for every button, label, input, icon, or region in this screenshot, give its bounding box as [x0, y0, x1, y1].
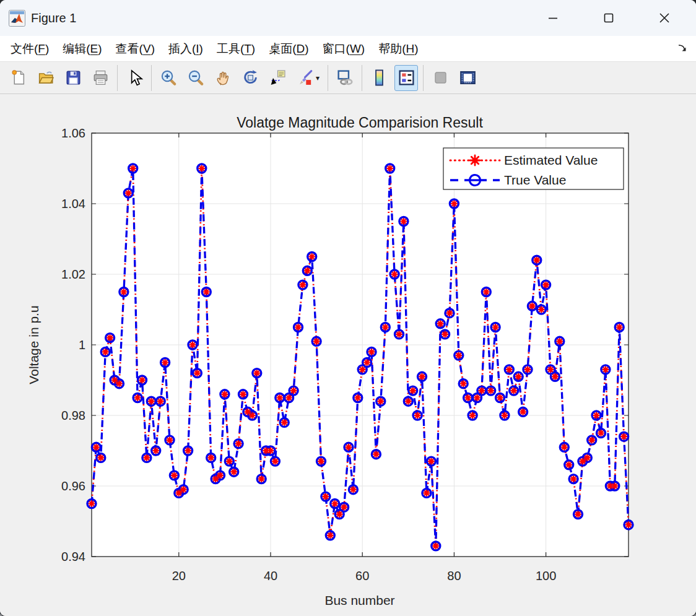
close-icon [655, 8, 674, 28]
x-tick-label: 100 [536, 569, 556, 583]
toolbar-separator [328, 65, 328, 91]
insert-colorbar-icon [370, 69, 388, 87]
legend-label-estimated: Estimated Value [504, 153, 598, 167]
y-tick-label: 0.96 [61, 479, 85, 493]
menu-item-insert[interactable]: 插入(I) [162, 38, 210, 60]
menu-item-edit[interactable]: 编辑(E) [56, 38, 108, 60]
print-figure-icon [92, 69, 110, 87]
x-tick-label: 80 [447, 569, 461, 583]
data-cursor-button[interactable] [266, 65, 289, 91]
hide-plot-tools-button [428, 65, 452, 91]
figure-toolbar: ▾ [0, 62, 696, 94]
zoom-in-button[interactable] [157, 65, 180, 91]
toolbar-separator [423, 65, 424, 91]
toolbar-separator [362, 65, 362, 91]
insert-colorbar-button[interactable] [367, 65, 391, 91]
maximize-icon [599, 8, 619, 28]
y-tick-label: 1.02 [61, 267, 85, 281]
chart-title: Volatge Magnitude Comparision Result [237, 115, 483, 131]
menu-item-view[interactable]: 查看(V) [109, 38, 162, 60]
rotate-3d-icon [241, 69, 259, 87]
zoom-in-icon [160, 69, 178, 87]
open-file-button[interactable] [34, 65, 58, 91]
save-figure-icon [64, 69, 82, 87]
menubar: 文件(F)编辑(E)查看(V)插入(I)工具(T)桌面(D)窗口(W)帮助(H) [0, 36, 696, 62]
open-file-icon [37, 69, 55, 87]
toolbar-separator [117, 65, 118, 91]
show-plot-tools-button[interactable] [456, 65, 479, 91]
zoom-out-button[interactable] [184, 65, 207, 91]
maximize-button[interactable] [581, 0, 637, 36]
y-axis-label: Voltage in p.u [27, 305, 41, 384]
x-tick-label: 60 [355, 569, 369, 583]
pan-button[interactable] [211, 65, 235, 91]
menu-item-file[interactable]: 文件(F) [4, 38, 56, 60]
y-tick-label: 1.06 [61, 126, 85, 140]
data-cursor-icon [269, 69, 287, 87]
axes-plot: 204060801000.940.960.9811.021.041.06 Vol… [0, 94, 696, 616]
y-tick-label: 1 [79, 338, 85, 352]
brush-data-button[interactable] [293, 65, 316, 91]
new-figure-icon [10, 69, 28, 87]
legend-box[interactable]: Estimated Value True Value [443, 148, 624, 189]
toolbar-separator [151, 65, 152, 91]
link-plot-icon [336, 69, 354, 87]
window-title: Figure 1 [31, 11, 525, 25]
legend-label-true: True Value [504, 173, 566, 187]
titlebar: Figure 1 [0, 0, 696, 36]
minimize-button[interactable] [525, 0, 581, 36]
save-figure-button[interactable] [61, 65, 85, 91]
menu-item-desktop[interactable]: 桌面(D) [262, 38, 315, 60]
brush-dropdown-caret[interactable]: ▾ [316, 74, 323, 82]
menu-item-tools[interactable]: 工具(T) [210, 38, 262, 60]
y-tick-label: 0.94 [61, 550, 85, 563]
x-tick-label: 40 [264, 569, 277, 583]
hide-plot-tools-icon [432, 69, 450, 87]
link-plot-button[interactable] [333, 65, 357, 91]
y-tick-label: 0.98 [61, 409, 85, 422]
matlab-logo-icon [9, 10, 25, 27]
rotate-3d-button[interactable] [238, 65, 262, 91]
new-figure-button[interactable] [7, 65, 30, 91]
figure-window: Figure 1 文件(F)编辑(E)查看(V)插入(I)工具(T)桌面(D)窗… [0, 0, 696, 616]
print-figure-button[interactable] [89, 65, 112, 91]
legend-asterisk-marker [470, 155, 480, 165]
minimize-icon [543, 8, 563, 28]
menu-item-window[interactable]: 窗口(W) [316, 38, 372, 60]
y-tick-label: 1.04 [61, 197, 85, 210]
window-controls [525, 0, 696, 36]
menu-item-help[interactable]: 帮助(H) [372, 38, 425, 60]
edit-plot-icon [126, 69, 144, 87]
x-axis-label: Bus number [324, 593, 394, 607]
x-tick-label: 20 [172, 569, 186, 583]
brush-data-icon [296, 69, 314, 87]
close-button[interactable] [637, 0, 692, 36]
edit-plot-button[interactable] [123, 65, 146, 91]
pan-icon [214, 69, 232, 87]
insert-legend-icon [398, 69, 415, 87]
zoom-out-icon [187, 69, 205, 87]
dock-figure-button[interactable] [675, 41, 690, 56]
show-plot-tools-icon [459, 69, 477, 87]
insert-legend-button[interactable] [394, 65, 418, 91]
figure-canvas: 204060801000.940.960.9811.021.041.06 Vol… [0, 94, 696, 616]
